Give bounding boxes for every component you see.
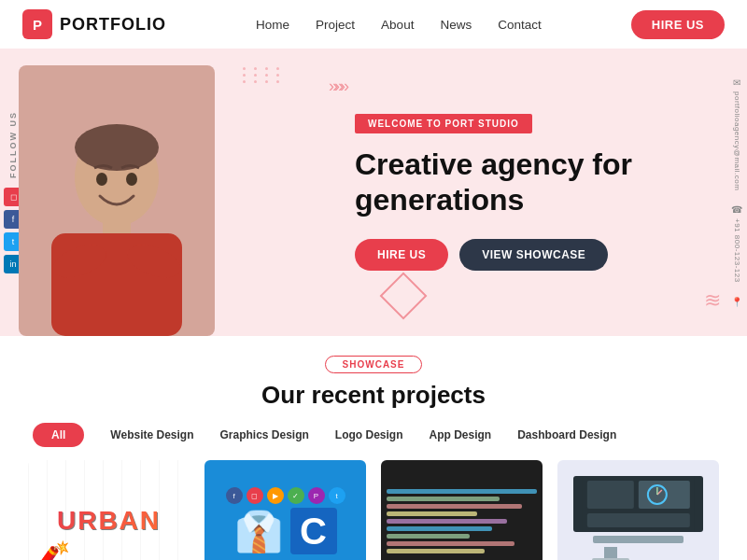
hero-hire-button[interactable]: HIRE US	[355, 239, 448, 271]
projects-grid: 🧨 URBAN Project Name f ◻ ▶ ✓ P t	[28, 460, 719, 560]
code-line-8	[387, 541, 514, 546]
nav-news[interactable]: News	[440, 18, 472, 32]
svg-rect-14	[604, 547, 617, 558]
code-line-9	[387, 549, 485, 553]
contact-phone: ☎ +91 800-123-123	[732, 204, 742, 283]
urban-text: URBAN	[57, 506, 161, 536]
dashboard-svg	[573, 476, 704, 532]
hero-showcase-button[interactable]: VIEW SHOWCASE	[459, 239, 608, 271]
social-bubbles: f ◻ ▶ ✓ P t	[226, 487, 345, 504]
nav-project[interactable]: Project	[316, 18, 355, 32]
phone-text: +91 800-123-123	[733, 218, 741, 283]
bubble-fb: f	[226, 487, 243, 504]
section-title: Our recent projects	[28, 381, 719, 410]
dash-screen	[573, 476, 704, 532]
dash-base	[593, 536, 684, 543]
code-line-5	[387, 519, 507, 524]
monitor-stand-svg	[573, 547, 648, 560]
showcase-section: SHOWCASE Our recent projects All Website…	[0, 336, 747, 560]
project-card-2: f ◻ ▶ ✓ P t 👔 C Project Name	[204, 460, 366, 560]
project-image-4[interactable]	[557, 460, 719, 560]
bubble-wa: ✓	[288, 487, 304, 504]
logo-text: PORTFOLIO	[60, 15, 166, 35]
bubble-ig: ◻	[247, 487, 263, 504]
project-card-4: Project Name	[557, 460, 719, 560]
hero-buttons: HIRE US VIEW SHOWCASE	[355, 239, 672, 271]
bubble-pi: P	[308, 487, 325, 504]
hire-us-button[interactable]: HIRE US	[631, 10, 725, 39]
code-line-4	[387, 511, 477, 516]
svg-point-2	[75, 124, 159, 171]
nav-about[interactable]: About	[381, 18, 414, 32]
phone-icon: ☎	[732, 204, 742, 216]
filter-logo[interactable]: Logo Design	[335, 428, 403, 441]
project-card-1: 🧨 URBAN Project Name	[28, 460, 190, 560]
filter-website[interactable]: Website Design	[110, 428, 193, 441]
showcase-badge-wrap: SHOWCASE	[28, 355, 719, 373]
contact-location: 📍	[732, 296, 742, 308]
graphics-content: f ◻ ▶ ✓ P t 👔 C	[226, 460, 345, 560]
decorative-squiggle: ≋	[704, 288, 721, 313]
code-line-6	[387, 526, 492, 531]
bubble-yt: ▶	[267, 487, 284, 504]
filter-tabs: All Website Design Graphics Design Logo …	[28, 423, 719, 447]
filter-all[interactable]: All	[33, 423, 84, 447]
welcome-badge: WELCOME TO PORT STUDIO	[355, 114, 532, 133]
email-icon: ✉	[732, 77, 742, 89]
hero-title: Creative agency for generations	[355, 147, 672, 218]
nav-home[interactable]: Home	[256, 18, 289, 32]
project-card-3: Project Name	[381, 460, 543, 560]
c-letter: C	[290, 508, 337, 554]
email-text: portfolioagency@mail.com	[733, 91, 741, 190]
logo: P PORTFOLIO	[22, 9, 166, 39]
navbar: P PORTFOLIO Home Project About News Cont…	[0, 0, 747, 49]
svg-rect-12	[587, 513, 690, 527]
hero-content: WELCOME TO PORT STUDIO Creative agency f…	[355, 114, 672, 271]
code-lines	[381, 483, 543, 559]
nav-links: Home Project About News Contact	[256, 18, 542, 32]
follow-us-label: FOLLOW US	[8, 111, 18, 178]
person-svg	[23, 75, 210, 336]
project-image-3[interactable]	[381, 460, 543, 560]
hero-section: FOLLOW US ◻ f t in »»» ≋	[0, 49, 747, 336]
location-icon: 📍	[732, 296, 742, 308]
svg-point-8	[126, 173, 137, 186]
decorative-arrows: »»»	[329, 77, 345, 96]
dot-pattern-top	[243, 67, 284, 83]
project-image-2[interactable]: f ◻ ▶ ✓ P t 👔 C	[204, 460, 366, 560]
code-line-1	[387, 489, 537, 494]
filter-app[interactable]: App Design	[430, 428, 492, 441]
svg-rect-11	[639, 481, 690, 509]
filter-graphics[interactable]: Graphics Design	[219, 428, 308, 441]
code-line-3	[387, 504, 522, 509]
filter-dashboard[interactable]: Dashboard Design	[517, 428, 616, 441]
project-image-1[interactable]: 🧨 URBAN	[28, 460, 190, 560]
sidebar-right: ✉ portfolioagency@mail.com ☎ +91 800-123…	[726, 49, 747, 336]
code-line-7	[387, 534, 470, 539]
spray-can-icon: 🧨	[35, 539, 70, 560]
hero-person-image	[19, 65, 215, 336]
code-line-2	[387, 497, 500, 501]
contact-email: ✉ portfolioagency@mail.com	[732, 77, 742, 191]
dashboard-preview	[566, 469, 712, 560]
nav-contact[interactable]: Contact	[498, 18, 542, 32]
svg-rect-4	[51, 233, 182, 336]
svg-point-7	[96, 173, 107, 186]
bubble-tw: t	[329, 487, 345, 504]
showcase-badge: SHOWCASE	[325, 356, 423, 373]
decorative-diamond	[380, 273, 428, 320]
logo-icon: P	[22, 9, 52, 39]
svg-rect-10	[587, 481, 634, 509]
